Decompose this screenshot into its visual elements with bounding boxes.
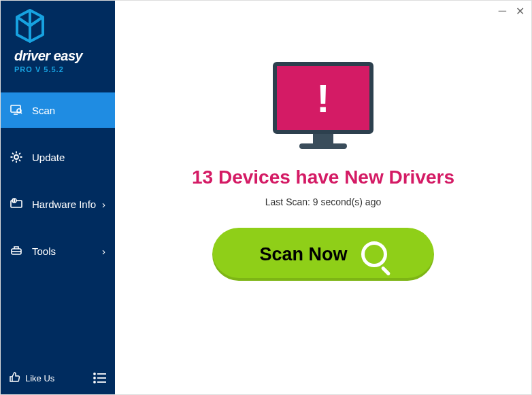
- monitor-alert-icon: !: [273, 62, 373, 149]
- scan-now-button[interactable]: Scan Now: [212, 228, 434, 281]
- menu-button[interactable]: [89, 367, 111, 389]
- brand-name: driver easy: [14, 48, 101, 64]
- svg-point-14: [94, 373, 95, 375]
- logo-block: driver easy PRO V 5.5.2: [1, 1, 115, 79]
- bottom-bar: Like Us: [1, 362, 115, 394]
- version-label: PRO V 5.5.2: [14, 65, 101, 73]
- svg-line-3: [20, 112, 22, 114]
- sidebar-item-label: Hardware Info: [32, 199, 96, 210]
- main-panel: ─ ✕ ! 13 Devices have New Drivers Last S…: [115, 1, 531, 394]
- like-us-label: Like Us: [25, 373, 54, 383]
- svg-point-18: [94, 381, 95, 383]
- magnifier-icon: [361, 241, 387, 267]
- cube-logo-icon: [14, 9, 101, 46]
- thumbs-up-icon: [9, 371, 21, 385]
- tools-icon: [10, 245, 22, 257]
- minimize-button[interactable]: ─: [499, 5, 506, 18]
- sidebar-item-label: Update: [32, 152, 65, 163]
- like-us-button[interactable]: Like Us: [5, 368, 59, 388]
- hardware-info-icon: i: [10, 198, 22, 210]
- window-controls: ─ ✕: [499, 5, 525, 18]
- sidebar-item-hardware-info[interactable]: i Hardware Info ›: [1, 186, 115, 222]
- update-icon: [10, 151, 22, 163]
- close-button[interactable]: ✕: [516, 5, 525, 18]
- chevron-right-icon: ›: [102, 199, 105, 210]
- nav: Scan Update i Hardware Info ›: [1, 92, 115, 362]
- scan-result-headline: 13 Devices have New Drivers: [192, 167, 454, 188]
- svg-point-16: [94, 377, 95, 379]
- sidebar-item-update[interactable]: Update: [1, 139, 115, 175]
- last-scan-label: Last Scan: 9 second(s) ago: [265, 196, 381, 207]
- scan-now-label: Scan Now: [259, 244, 347, 265]
- sidebar-item-label: Scan: [32, 105, 55, 116]
- scan-icon: [10, 104, 22, 116]
- sidebar-item-scan[interactable]: Scan: [1, 92, 115, 128]
- sidebar: driver easy PRO V 5.5.2 Scan Update i: [1, 1, 115, 394]
- sidebar-item-label: Tools: [32, 245, 56, 257]
- chevron-right-icon: ›: [102, 245, 105, 257]
- sidebar-item-tools[interactable]: Tools ›: [1, 233, 115, 269]
- svg-point-4: [14, 155, 18, 159]
